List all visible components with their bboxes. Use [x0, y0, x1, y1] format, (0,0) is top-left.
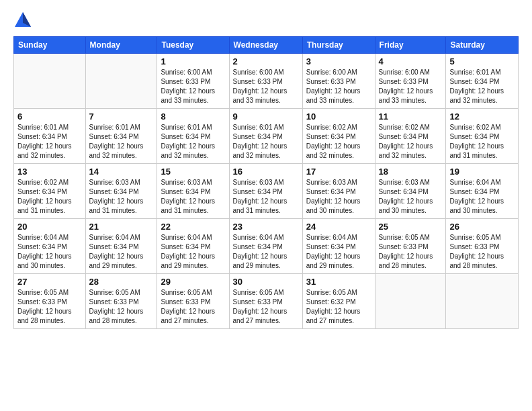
day-info: Sunrise: 6:05 AM Sunset: 6:33 PM Dayligh…: [17, 288, 82, 326]
day-cell: 26Sunrise: 6:05 AM Sunset: 6:33 PM Dayli…: [446, 219, 519, 274]
day-number: 26: [449, 222, 515, 232]
day-number: 3: [306, 56, 371, 66]
day-cell: 5Sunrise: 6:01 AM Sunset: 6:34 PM Daylig…: [446, 54, 519, 109]
day-number: 28: [89, 277, 154, 287]
day-info: Sunrise: 6:03 AM Sunset: 6:34 PM Dayligh…: [233, 178, 299, 216]
day-cell: 29Sunrise: 6:05 AM Sunset: 6:33 PM Dayli…: [157, 274, 229, 329]
day-info: Sunrise: 6:04 AM Sunset: 6:34 PM Dayligh…: [17, 233, 82, 271]
day-cell: [375, 274, 446, 329]
day-number: 6: [17, 111, 82, 122]
week-row-2: 6Sunrise: 6:01 AM Sunset: 6:34 PM Daylig…: [14, 109, 519, 164]
day-info: Sunrise: 6:02 AM Sunset: 6:34 PM Dayligh…: [379, 123, 443, 161]
day-cell: 8Sunrise: 6:01 AM Sunset: 6:34 PM Daylig…: [157, 109, 229, 164]
day-info: Sunrise: 6:04 AM Sunset: 6:34 PM Dayligh…: [89, 233, 154, 271]
week-row-4: 20Sunrise: 6:04 AM Sunset: 6:34 PM Dayli…: [14, 219, 519, 274]
day-info: Sunrise: 6:01 AM Sunset: 6:34 PM Dayligh…: [17, 123, 82, 161]
day-info: Sunrise: 6:05 AM Sunset: 6:33 PM Dayligh…: [449, 233, 515, 271]
day-cell: 30Sunrise: 6:05 AM Sunset: 6:33 PM Dayli…: [229, 274, 302, 329]
day-number: 7: [89, 111, 154, 122]
week-row-5: 27Sunrise: 6:05 AM Sunset: 6:33 PM Dayli…: [14, 274, 519, 329]
header-cell-saturday: Saturday: [446, 37, 519, 54]
day-info: Sunrise: 6:00 AM Sunset: 6:33 PM Dayligh…: [233, 68, 299, 105]
header-cell-sunday: Sunday: [14, 37, 86, 54]
day-cell: 19Sunrise: 6:04 AM Sunset: 6:34 PM Dayli…: [446, 164, 519, 219]
day-cell: 4Sunrise: 6:00 AM Sunset: 6:33 PM Daylig…: [375, 54, 446, 109]
day-cell: 2Sunrise: 6:00 AM Sunset: 6:33 PM Daylig…: [229, 54, 302, 109]
day-cell: 21Sunrise: 6:04 AM Sunset: 6:34 PM Dayli…: [85, 219, 157, 274]
day-number: 20: [17, 222, 82, 232]
day-info: Sunrise: 6:00 AM Sunset: 6:33 PM Dayligh…: [379, 68, 443, 105]
day-number: 29: [161, 277, 225, 287]
week-row-3: 13Sunrise: 6:02 AM Sunset: 6:34 PM Dayli…: [14, 164, 519, 219]
day-number: 9: [233, 111, 299, 122]
day-number: 12: [449, 111, 515, 122]
day-info: Sunrise: 6:04 AM Sunset: 6:34 PM Dayligh…: [449, 178, 515, 216]
day-number: 23: [233, 222, 299, 232]
header: [13, 11, 519, 30]
day-number: 15: [161, 167, 225, 177]
day-info: Sunrise: 6:04 AM Sunset: 6:34 PM Dayligh…: [233, 233, 299, 271]
day-cell: 7Sunrise: 6:01 AM Sunset: 6:34 PM Daylig…: [85, 109, 157, 164]
day-number: 10: [306, 111, 371, 122]
day-info: Sunrise: 6:05 AM Sunset: 6:33 PM Dayligh…: [161, 288, 225, 326]
day-info: Sunrise: 6:04 AM Sunset: 6:34 PM Dayligh…: [306, 233, 371, 271]
day-cell: 13Sunrise: 6:02 AM Sunset: 6:34 PM Dayli…: [14, 164, 86, 219]
day-cell: 14Sunrise: 6:03 AM Sunset: 6:34 PM Dayli…: [85, 164, 157, 219]
day-cell: [446, 274, 519, 329]
day-info: Sunrise: 6:01 AM Sunset: 6:34 PM Dayligh…: [161, 123, 225, 161]
day-info: Sunrise: 6:00 AM Sunset: 6:33 PM Dayligh…: [306, 68, 371, 105]
day-info: Sunrise: 6:03 AM Sunset: 6:34 PM Dayligh…: [89, 178, 154, 216]
day-number: 1: [161, 56, 225, 66]
day-info: Sunrise: 6:03 AM Sunset: 6:34 PM Dayligh…: [161, 178, 225, 216]
day-number: 19: [449, 167, 515, 177]
day-number: 5: [449, 56, 515, 66]
day-cell: 3Sunrise: 6:00 AM Sunset: 6:33 PM Daylig…: [302, 54, 375, 109]
day-cell: 28Sunrise: 6:05 AM Sunset: 6:33 PM Dayli…: [85, 274, 157, 329]
day-cell: [85, 54, 157, 109]
day-info: Sunrise: 6:05 AM Sunset: 6:32 PM Dayligh…: [306, 288, 371, 326]
day-cell: 31Sunrise: 6:05 AM Sunset: 6:32 PM Dayli…: [302, 274, 375, 329]
day-cell: 22Sunrise: 6:04 AM Sunset: 6:34 PM Dayli…: [157, 219, 229, 274]
calendar: SundayMondayTuesdayWednesdayThursdayFrid…: [13, 36, 519, 329]
day-cell: 27Sunrise: 6:05 AM Sunset: 6:33 PM Dayli…: [14, 274, 86, 329]
day-info: Sunrise: 6:03 AM Sunset: 6:34 PM Dayligh…: [306, 178, 371, 216]
header-cell-tuesday: Tuesday: [157, 37, 229, 54]
day-number: 31: [306, 277, 371, 287]
header-cell-friday: Friday: [375, 37, 446, 54]
header-cell-wednesday: Wednesday: [229, 37, 302, 54]
day-cell: 23Sunrise: 6:04 AM Sunset: 6:34 PM Dayli…: [229, 219, 302, 274]
day-info: Sunrise: 6:04 AM Sunset: 6:34 PM Dayligh…: [161, 233, 225, 271]
day-info: Sunrise: 6:01 AM Sunset: 6:34 PM Dayligh…: [89, 123, 154, 161]
day-number: 22: [161, 222, 225, 232]
day-cell: 16Sunrise: 6:03 AM Sunset: 6:34 PM Dayli…: [229, 164, 302, 219]
day-number: 30: [233, 277, 299, 287]
day-info: Sunrise: 6:03 AM Sunset: 6:34 PM Dayligh…: [379, 178, 443, 216]
day-cell: [14, 54, 86, 109]
day-cell: 6Sunrise: 6:01 AM Sunset: 6:34 PM Daylig…: [14, 109, 86, 164]
day-number: 27: [17, 277, 82, 287]
day-cell: 25Sunrise: 6:05 AM Sunset: 6:33 PM Dayli…: [375, 219, 446, 274]
day-cell: 24Sunrise: 6:04 AM Sunset: 6:34 PM Dayli…: [302, 219, 375, 274]
day-info: Sunrise: 6:05 AM Sunset: 6:33 PM Dayligh…: [233, 288, 299, 326]
day-info: Sunrise: 6:02 AM Sunset: 6:34 PM Dayligh…: [449, 123, 515, 161]
page: SundayMondayTuesdayWednesdayThursdayFrid…: [0, 0, 532, 411]
day-number: 16: [233, 167, 299, 177]
day-info: Sunrise: 6:00 AM Sunset: 6:33 PM Dayligh…: [161, 68, 225, 105]
day-number: 4: [379, 56, 443, 66]
logo-icon: [13, 11, 32, 30]
day-cell: 15Sunrise: 6:03 AM Sunset: 6:34 PM Dayli…: [157, 164, 229, 219]
day-cell: 9Sunrise: 6:01 AM Sunset: 6:34 PM Daylig…: [229, 109, 302, 164]
day-number: 21: [89, 222, 154, 232]
header-row: SundayMondayTuesdayWednesdayThursdayFrid…: [14, 37, 519, 54]
calendar-header: SundayMondayTuesdayWednesdayThursdayFrid…: [14, 37, 519, 54]
calendar-body: 1Sunrise: 6:00 AM Sunset: 6:33 PM Daylig…: [14, 54, 519, 329]
day-number: 14: [89, 167, 154, 177]
day-number: 24: [306, 222, 371, 232]
day-number: 17: [306, 167, 371, 177]
day-cell: 20Sunrise: 6:04 AM Sunset: 6:34 PM Dayli…: [14, 219, 86, 274]
day-cell: 17Sunrise: 6:03 AM Sunset: 6:34 PM Dayli…: [302, 164, 375, 219]
day-number: 11: [379, 111, 443, 122]
day-info: Sunrise: 6:01 AM Sunset: 6:34 PM Dayligh…: [233, 123, 299, 161]
day-info: Sunrise: 6:05 AM Sunset: 6:33 PM Dayligh…: [89, 288, 154, 326]
week-row-1: 1Sunrise: 6:00 AM Sunset: 6:33 PM Daylig…: [14, 54, 519, 109]
